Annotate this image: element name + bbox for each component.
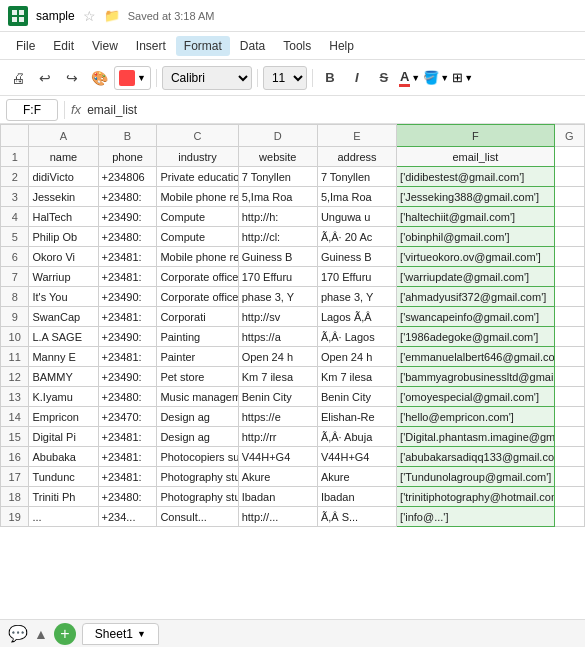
- cell-f12[interactable]: ['bammyagrobusinessltd@gmail.com']: [397, 367, 554, 387]
- cell-a18[interactable]: Triniti Ph: [29, 487, 98, 507]
- font-selector[interactable]: Calibri: [162, 66, 252, 90]
- cell-b12[interactable]: +23490:: [98, 367, 157, 387]
- cell-e1[interactable]: address: [317, 147, 396, 167]
- italic-button[interactable]: I: [345, 66, 369, 90]
- cell-e17[interactable]: Akure: [317, 467, 396, 487]
- cell-d18[interactable]: Ibadan: [238, 487, 317, 507]
- add-sheet-button[interactable]: +: [54, 623, 76, 645]
- cell-c12[interactable]: Pet store: [157, 367, 238, 387]
- col-header-a[interactable]: A: [29, 125, 98, 147]
- cell-c5[interactable]: Compute: [157, 227, 238, 247]
- cell-f1[interactable]: email_list: [397, 147, 554, 167]
- cell-a16[interactable]: Abubaka: [29, 447, 98, 467]
- cell-f5[interactable]: ['obinphil@gmail.com']: [397, 227, 554, 247]
- cell-c3[interactable]: Mobile phone rep:: [157, 187, 238, 207]
- cell-b8[interactable]: +23490:: [98, 287, 157, 307]
- cell-c4[interactable]: Compute: [157, 207, 238, 227]
- cell-b4[interactable]: +23490:: [98, 207, 157, 227]
- font-color-dropdown[interactable]: ▼: [411, 73, 420, 83]
- cell-b1[interactable]: phone: [98, 147, 157, 167]
- borders-dropdown[interactable]: ▼: [464, 73, 473, 83]
- col-header-b[interactable]: B: [98, 125, 157, 147]
- cell-f13[interactable]: ['omoyespecial@gmail.com']: [397, 387, 554, 407]
- cell-c17[interactable]: Photography studi: [157, 467, 238, 487]
- cell-a9[interactable]: SwanCap: [29, 307, 98, 327]
- cell-c15[interactable]: Design ag: [157, 427, 238, 447]
- cell-d12[interactable]: Km 7 ilesa: [238, 367, 317, 387]
- cell-d3[interactable]: 5,Ima Roa: [238, 187, 317, 207]
- cell-d17[interactable]: Akure: [238, 467, 317, 487]
- cell-g17[interactable]: [554, 467, 584, 487]
- cell-g8[interactable]: [554, 287, 584, 307]
- cell-e10[interactable]: Ã,Â· Lagos: [317, 327, 396, 347]
- cell-b6[interactable]: +23481:: [98, 247, 157, 267]
- fill-color-dropdown[interactable]: ▼: [440, 73, 449, 83]
- sheet-tab[interactable]: Sheet1 ▼: [82, 623, 159, 645]
- cell-b5[interactable]: +23480:: [98, 227, 157, 247]
- cell-f14[interactable]: ['hello@empricon.com']: [397, 407, 554, 427]
- cell-b14[interactable]: +23470:: [98, 407, 157, 427]
- cell-g19[interactable]: [554, 507, 584, 527]
- cell-c8[interactable]: Corporate office: [157, 287, 238, 307]
- sheet-tab-dropdown[interactable]: ▼: [137, 629, 146, 639]
- cell-f4[interactable]: ['haltechiit@gmail.com']: [397, 207, 554, 227]
- cell-a12[interactable]: BAMMY: [29, 367, 98, 387]
- cell-g11[interactable]: [554, 347, 584, 367]
- cell-reference[interactable]: [6, 99, 58, 121]
- cell-g4[interactable]: [554, 207, 584, 227]
- cell-f9[interactable]: ['swancapeinfo@gmail.com']: [397, 307, 554, 327]
- cell-a17[interactable]: Tundunc: [29, 467, 98, 487]
- cell-c2[interactable]: Private educationa: [157, 167, 238, 187]
- cell-a5[interactable]: Philip Ob: [29, 227, 98, 247]
- paint-format-button[interactable]: 🎨: [87, 66, 111, 90]
- cell-a4[interactable]: HalTech: [29, 207, 98, 227]
- cell-a7[interactable]: Warriup: [29, 267, 98, 287]
- cell-c9[interactable]: Corporati: [157, 307, 238, 327]
- menu-tools[interactable]: Tools: [275, 36, 319, 56]
- cell-b17[interactable]: +23481:: [98, 467, 157, 487]
- highlight-dropdown[interactable]: ▼: [137, 73, 146, 83]
- cell-f17[interactable]: ['Tundunolagroup@gmail.com']: [397, 467, 554, 487]
- cell-g3[interactable]: [554, 187, 584, 207]
- cell-g12[interactable]: [554, 367, 584, 387]
- cell-g18[interactable]: [554, 487, 584, 507]
- cell-g9[interactable]: [554, 307, 584, 327]
- cell-f16[interactable]: ['abubakarsadiqq133@gmail.com']: [397, 447, 554, 467]
- cell-e7[interactable]: 170 Effuru: [317, 267, 396, 287]
- cell-g15[interactable]: [554, 427, 584, 447]
- cell-d4[interactable]: http://h:: [238, 207, 317, 227]
- chat-icon[interactable]: 💬: [8, 624, 28, 643]
- cell-f11[interactable]: ['emmanuelalbert646@gmail.com']: [397, 347, 554, 367]
- cell-b16[interactable]: +23481:: [98, 447, 157, 467]
- col-header-e[interactable]: E: [317, 125, 396, 147]
- cell-e11[interactable]: Open 24 h: [317, 347, 396, 367]
- cell-f15[interactable]: ['Digital.phantasm.imagine@gmail.com']: [397, 427, 554, 447]
- cell-a15[interactable]: Digital Pi: [29, 427, 98, 447]
- menu-insert[interactable]: Insert: [128, 36, 174, 56]
- col-header-c[interactable]: C: [157, 125, 238, 147]
- cell-g14[interactable]: [554, 407, 584, 427]
- cell-c19[interactable]: Consult...: [157, 507, 238, 527]
- cell-d7[interactable]: 170 Effuru: [238, 267, 317, 287]
- cell-d9[interactable]: http://sv: [238, 307, 317, 327]
- cell-g10[interactable]: [554, 327, 584, 347]
- cell-a11[interactable]: Manny E: [29, 347, 98, 367]
- cell-d11[interactable]: Open 24 h: [238, 347, 317, 367]
- cell-a3[interactable]: Jessekin: [29, 187, 98, 207]
- cell-a6[interactable]: Okoro Vi: [29, 247, 98, 267]
- cell-b15[interactable]: +23481:: [98, 427, 157, 447]
- font-size-selector[interactable]: 11: [263, 66, 307, 90]
- cell-e3[interactable]: 5,Ima Roa: [317, 187, 396, 207]
- cell-f2[interactable]: ['didibestest@gmail.com']: [397, 167, 554, 187]
- cell-c18[interactable]: Photography studi: [157, 487, 238, 507]
- cell-e14[interactable]: Elishan-Re: [317, 407, 396, 427]
- cell-d8[interactable]: phase 3, Y: [238, 287, 317, 307]
- cell-b7[interactable]: +23481:: [98, 267, 157, 287]
- cell-e16[interactable]: V44H+G4: [317, 447, 396, 467]
- cell-e18[interactable]: Ibadan: [317, 487, 396, 507]
- cell-e4[interactable]: Unguwa u: [317, 207, 396, 227]
- cell-c10[interactable]: Painting: [157, 327, 238, 347]
- bold-button[interactable]: B: [318, 66, 342, 90]
- cell-f19[interactable]: ['info@...']: [397, 507, 554, 527]
- cell-d5[interactable]: http://cl:: [238, 227, 317, 247]
